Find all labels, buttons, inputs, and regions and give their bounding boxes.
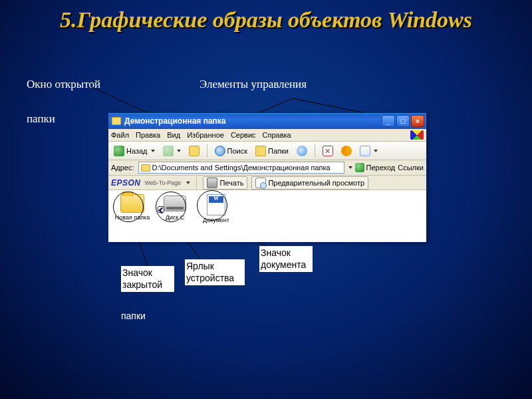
item-label: Диск С	[156, 214, 194, 221]
disk-icon	[164, 196, 186, 211]
menu-edit[interactable]: Правка	[136, 131, 160, 139]
folder-icon	[112, 117, 121, 125]
toolbar: Назад Поиск Папки ✕	[108, 142, 426, 160]
dropdown-icon[interactable]	[348, 166, 352, 169]
address-bar: Адрес: D:\Documents and Settings\Демонст…	[108, 160, 426, 176]
links-label[interactable]: Ссылки	[398, 164, 424, 172]
explorer-window: Демонстрационная папка _ □ × Файл Правка…	[108, 112, 427, 242]
item-disk-c[interactable]: Диск С	[156, 194, 194, 221]
undo-icon	[341, 146, 352, 156]
back-button[interactable]: Назад	[111, 144, 158, 158]
menu-view[interactable]: Вид	[167, 131, 180, 139]
cancel-button[interactable]: ✕	[320, 144, 336, 158]
search-icon	[215, 146, 225, 156]
search-button[interactable]: Поиск	[212, 144, 250, 158]
titlebar[interactable]: Демонстрационная папка _ □ ×	[108, 113, 426, 129]
maximize-button[interactable]: □	[396, 115, 410, 127]
folders-icon	[255, 146, 266, 156]
print-icon	[207, 178, 217, 188]
dropdown-icon[interactable]	[186, 182, 190, 184]
item-document[interactable]: Документ	[198, 194, 235, 223]
forward-button[interactable]	[160, 144, 184, 158]
separator	[315, 144, 315, 158]
undo-button[interactable]	[338, 144, 354, 158]
menu-service[interactable]: Сервис	[231, 131, 256, 139]
menu-file[interactable]: Файл	[111, 131, 129, 139]
up-button[interactable]	[186, 144, 202, 158]
label-open-folder-window: Окно открытой	[27, 77, 100, 92]
shortcut-arrow-icon	[158, 206, 164, 213]
address-label: Адрес:	[111, 164, 134, 172]
menubar: Файл Правка Вид Избранное Сервис Справка	[108, 129, 426, 142]
item-new-folder[interactable]: Новая папка	[114, 194, 151, 221]
forward-icon	[163, 146, 174, 156]
slide-title: 5.Графические образы объектов Windows	[0, 0, 532, 35]
label-open-folder-window-2: папки	[27, 112, 55, 126]
close-button[interactable]: ×	[411, 115, 424, 127]
menu-help[interactable]: Справка	[263, 131, 291, 139]
label-controls: Элементы управления	[200, 77, 307, 92]
address-field[interactable]: D:\Documents and Settings\Демонстрационн…	[138, 162, 344, 174]
go-icon	[355, 163, 364, 172]
address-path: D:\Documents and Settings\Демонстрационн…	[152, 164, 331, 172]
minimize-button[interactable]: _	[382, 115, 395, 127]
sync-button[interactable]	[294, 144, 310, 158]
item-label: Новая папка	[114, 214, 151, 221]
folder-icon	[120, 194, 144, 213]
caption-device-shortcut: Ярлык устройства	[185, 259, 245, 285]
folder-icon	[141, 164, 150, 172]
preview-icon	[255, 178, 266, 188]
separator	[196, 176, 197, 190]
document-icon	[207, 194, 225, 215]
preview-button[interactable]: Предварительный просмотр	[251, 176, 368, 190]
up-icon	[189, 146, 200, 156]
windows-flag-icon	[410, 130, 424, 140]
window-title: Демонстрационная папка	[124, 116, 380, 126]
back-icon	[114, 146, 124, 156]
x-icon: ✕	[323, 146, 333, 156]
separator	[207, 144, 207, 158]
sync-icon	[297, 146, 307, 156]
views-icon	[360, 146, 370, 156]
menu-favorites[interactable]: Избранное	[187, 131, 224, 139]
epson-brand: EPSON	[111, 178, 141, 188]
caption-closed-folder: Значок закрытой	[121, 266, 174, 292]
print-button[interactable]: Печать	[203, 176, 247, 190]
epson-sub: Web-To-Page	[145, 180, 182, 186]
go-button[interactable]: Переход	[355, 163, 396, 172]
epson-toolbar: EPSON Web-To-Page Печать Предварительный…	[108, 176, 426, 190]
folders-button[interactable]: Папки	[253, 144, 291, 158]
caption-document-icon: Значок документа	[259, 246, 313, 272]
caption-closed-folder-2: папки	[121, 311, 161, 323]
item-label: Документ	[198, 217, 235, 223]
folder-content[interactable]: Новая папка Диск С Документ	[108, 190, 426, 242]
views-button[interactable]	[357, 144, 380, 158]
